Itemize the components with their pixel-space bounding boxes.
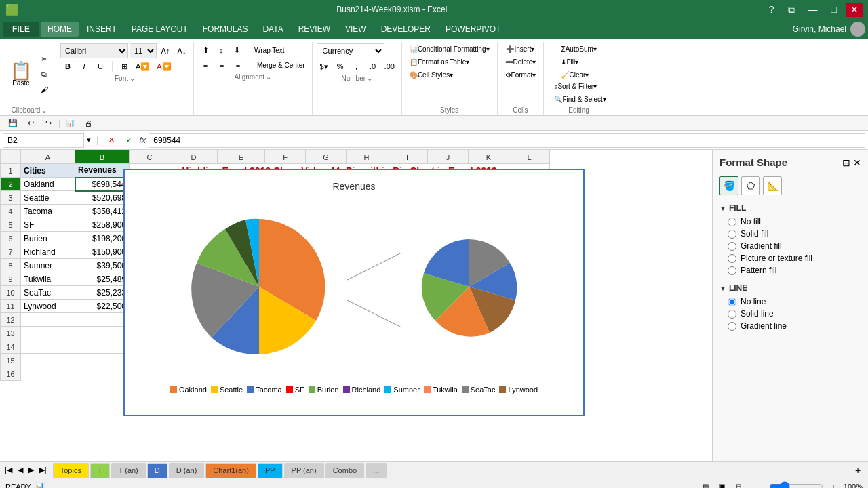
increase-decimal-button[interactable]: .0 bbox=[366, 60, 380, 73]
autosum-button[interactable]: Σ AutoSum▾ bbox=[557, 43, 599, 55]
sheet-scroll-last[interactable]: ▶| bbox=[37, 465, 49, 475]
fill-picture-radio[interactable] bbox=[728, 254, 736, 263]
row-header-4[interactable]: 4 bbox=[1, 205, 21, 218]
align-top-button[interactable]: ⬆ bbox=[198, 43, 213, 57]
name-box[interactable] bbox=[3, 133, 84, 148]
cell-a1[interactable]: Cities bbox=[21, 164, 75, 178]
cell-b12[interactable] bbox=[75, 313, 130, 327]
sheet-scroll-next[interactable]: ▶ bbox=[26, 465, 36, 475]
formula-expand-icon[interactable]: ▾ bbox=[87, 136, 91, 144]
format-button[interactable]: ⚙ Format▾ bbox=[502, 69, 540, 81]
delete-button[interactable]: ➖ Delete▾ bbox=[502, 56, 540, 68]
cell-b5[interactable]: $258,900 bbox=[75, 218, 130, 232]
menu-view[interactable]: VIEW bbox=[338, 22, 373, 37]
row-header-6[interactable]: 6 bbox=[1, 232, 21, 245]
tab-d[interactable]: D bbox=[147, 463, 167, 478]
row-header-2[interactable]: 2 bbox=[1, 178, 21, 191]
print-area-button[interactable]: 🖨 bbox=[81, 117, 96, 130]
tab-more[interactable]: ... bbox=[366, 463, 387, 478]
cell-a6[interactable]: Burien bbox=[21, 232, 75, 245]
col-header-h[interactable]: H bbox=[347, 150, 387, 164]
chart-container[interactable]: Revenues bbox=[123, 169, 585, 416]
tab-combo[interactable]: Combo bbox=[326, 463, 364, 478]
line-no-line-radio[interactable] bbox=[728, 298, 736, 306]
cell-b15[interactable] bbox=[75, 354, 130, 367]
fill-section-header[interactable]: ▼ FILL bbox=[719, 203, 861, 213]
cell-a2[interactable]: Oakland bbox=[21, 178, 75, 191]
sheet-scroll-prev[interactable]: ◀ bbox=[16, 465, 25, 475]
cell-a13[interactable] bbox=[21, 327, 75, 340]
cell-b14[interactable] bbox=[75, 340, 130, 354]
tab-chart1[interactable]: Chart1(an) bbox=[205, 463, 256, 478]
help-button[interactable]: ? bbox=[765, 3, 778, 17]
font-family-select[interactable]: Calibri bbox=[60, 43, 128, 58]
merge-center-button[interactable]: Merge & Center bbox=[254, 58, 308, 72]
cut-button[interactable]: ✂ bbox=[37, 53, 52, 66]
menu-developer[interactable]: DEVELOPER bbox=[374, 22, 437, 37]
fill-gradient-radio[interactable] bbox=[728, 242, 736, 251]
cell-a3[interactable]: Seattle bbox=[21, 191, 75, 205]
font-color-button[interactable]: A🔽 bbox=[154, 60, 174, 73]
copy-button[interactable]: ⧉ bbox=[37, 68, 52, 81]
insert-button[interactable]: ➕ Insert▾ bbox=[502, 43, 538, 55]
row-header-15[interactable]: 15 bbox=[1, 354, 21, 367]
row-header-5[interactable]: 5 bbox=[1, 218, 21, 232]
format-painter-button[interactable]: 🖌 bbox=[37, 83, 52, 96]
tab-pp-an[interactable]: PP (an) bbox=[284, 463, 324, 478]
line-gradient-option[interactable]: Gradient line bbox=[728, 321, 861, 331]
side-panel-collapse-icon[interactable]: ⊟ bbox=[842, 157, 850, 168]
cell-a14[interactable] bbox=[21, 340, 75, 354]
col-header-e[interactable]: E bbox=[218, 150, 265, 164]
cell-a10[interactable]: SeaTac bbox=[21, 286, 75, 300]
line-solid-option[interactable]: Solid line bbox=[728, 309, 861, 319]
minimize-button[interactable]: — bbox=[804, 3, 822, 17]
quick-save-button[interactable]: 💾 bbox=[5, 117, 20, 130]
col-header-b[interactable]: B bbox=[75, 150, 130, 164]
effects-tab-icon[interactable]: ⬠ bbox=[741, 176, 760, 195]
col-header-g[interactable]: G bbox=[306, 150, 347, 164]
row-header-13[interactable]: 13 bbox=[1, 327, 21, 340]
tab-d-an[interactable]: D (an) bbox=[169, 463, 205, 478]
cell-b7[interactable]: $150,900 bbox=[75, 245, 130, 259]
maximize-button[interactable]: □ bbox=[827, 3, 841, 17]
cell-b2[interactable]: $698,544 bbox=[75, 178, 130, 191]
confirm-formula-button[interactable]: ✓ bbox=[121, 134, 136, 147]
cell-b6[interactable]: $198,200 bbox=[75, 232, 130, 245]
font-size-select[interactable]: 11 bbox=[130, 43, 157, 58]
cell-b9[interactable]: $25,489 bbox=[75, 272, 130, 286]
font-expand-icon[interactable]: ⌄ bbox=[130, 75, 135, 82]
fill-pattern-option[interactable]: Pattern fill bbox=[728, 266, 861, 275]
fill-tab-icon[interactable]: 🪣 bbox=[719, 176, 738, 195]
view-switch-button[interactable]: 📊 bbox=[63, 117, 78, 130]
paste-button[interactable]: 📋 Paste bbox=[7, 60, 35, 89]
row-header-14[interactable]: 14 bbox=[1, 340, 21, 354]
cell-b8[interactable]: $39,500 bbox=[75, 259, 130, 272]
cell-b1[interactable]: Revenues bbox=[75, 164, 130, 178]
wrap-text-button[interactable]: Wrap Text bbox=[252, 43, 288, 57]
decrease-font-button[interactable]: A↓ bbox=[174, 44, 189, 58]
menu-review[interactable]: REVIEW bbox=[292, 22, 337, 37]
sort-filter-button[interactable]: ↕ Sort & Filter▾ bbox=[551, 81, 600, 92]
col-header-l[interactable]: L bbox=[509, 150, 550, 164]
increase-font-button[interactable]: A↑ bbox=[158, 44, 173, 58]
cell-a12[interactable] bbox=[21, 313, 75, 327]
cell-b4[interactable]: $358,412 bbox=[75, 205, 130, 218]
normal-view-button[interactable]: ▤ bbox=[698, 480, 713, 489]
find-select-button[interactable]: 🔍 Find & Select▾ bbox=[551, 94, 609, 105]
conditional-formatting-button[interactable]: 📊 Conditional Formatting▾ bbox=[406, 43, 493, 55]
format-as-table-button[interactable]: 📋 Format as Table▾ bbox=[406, 56, 473, 68]
col-header-a[interactable]: A bbox=[21, 150, 75, 164]
fill-gradient-option[interactable]: Gradient fill bbox=[728, 241, 861, 251]
row-header-1[interactable]: 1 bbox=[1, 164, 21, 178]
menu-page-layout[interactable]: PAGE LAYOUT bbox=[125, 22, 195, 37]
restore-button[interactable]: ⧉ bbox=[784, 3, 799, 17]
borders-button[interactable]: ⊞ bbox=[117, 60, 132, 73]
cancel-formula-button[interactable]: ✕ bbox=[104, 134, 119, 147]
col-header-d[interactable]: D bbox=[170, 150, 218, 164]
alignment-expand-icon[interactable]: ⌄ bbox=[266, 73, 271, 81]
size-tab-icon[interactable]: 📐 bbox=[763, 176, 782, 195]
line-no-line-option[interactable]: No line bbox=[728, 297, 861, 306]
cell-a11[interactable]: Lynwood bbox=[21, 300, 75, 313]
cell-styles-button[interactable]: 🎨 Cell Styles▾ bbox=[406, 69, 456, 81]
comma-button[interactable]: , bbox=[349, 60, 364, 73]
